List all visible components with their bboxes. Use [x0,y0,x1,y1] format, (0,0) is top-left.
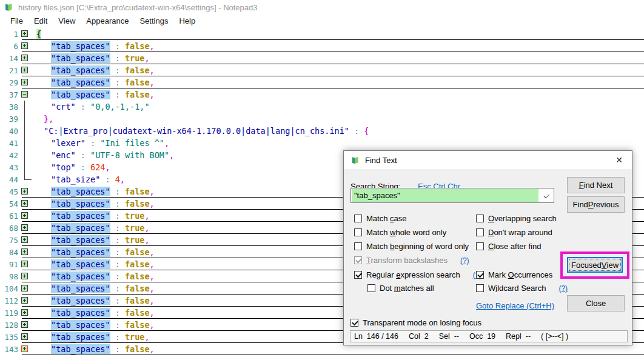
checkbox-match-beginning-of-word-only[interactable]: Match beginning of word only [354,242,469,251]
code-text: "tab_spaces" : true, [33,210,150,222]
checkbox-box[interactable] [354,242,362,250]
help-link[interactable]: (?) [460,256,469,265]
fold-margin [18,185,33,198]
code-line[interactable]: 38"crt" : "0,0,-1,-1," [0,101,644,113]
checkbox-regular-expression-search[interactable]: Regular expression search(?) [354,270,481,279]
fold-expand-icon[interactable] [21,200,28,207]
fold-expand-icon[interactable] [21,333,28,340]
line-number: 135 [0,333,18,342]
fold-expand-icon[interactable] [21,79,28,85]
find-previous-button[interactable]: Find Previous [567,196,625,213]
line-number: 42 [0,151,18,160]
checkbox-match-case[interactable]: Match case [354,214,406,223]
fold-expand-icon[interactable] [21,55,28,61]
code-line[interactable]: 29"tab_spaces" : false, [0,76,644,88]
checkbox-box[interactable] [351,319,358,327]
code-text: "tab_spaces" : true, [33,222,150,234]
fold-margin [18,64,33,76]
fold-expand-icon[interactable] [21,42,28,49]
code-text: "tab_spaces" : false, [33,319,155,331]
checkbox-overlapping-search[interactable]: Overlapping search [476,214,557,223]
code-line[interactable]: 21"tab_spaces" : false, [0,64,644,76]
code-line[interactable]: 41"lexer" : "Ini files ^", [0,137,644,149]
fold-expand-icon[interactable] [21,273,28,279]
search-input-value[interactable]: "tab_spaces" [352,189,538,202]
fold-expand-icon[interactable] [21,297,28,304]
fold-collapse-icon[interactable] [21,91,28,98]
status-field: Ln 146 / 146 [354,332,398,341]
checkbox-match-whole-word-only[interactable]: Match whole word only [354,228,446,237]
focused-view-button[interactable]: Focused View [567,257,623,273]
checkbox-box[interactable] [354,256,362,264]
code-line[interactable]: 6"tab_spaces" : false, [0,40,644,52]
checkbox-box[interactable] [476,271,484,279]
line-number: 84 [0,248,18,257]
menu-help[interactable]: Help [173,15,201,27]
find-next-button[interactable]: Find Next [567,177,625,193]
goto-replace-link[interactable]: Goto Replace (Ctrl+H) [476,301,554,310]
fold-expand-icon[interactable] [21,212,28,219]
fold-expand-icon[interactable] [21,309,28,316]
line-number: 104 [0,284,18,293]
code-line[interactable]: 1{ [0,28,644,40]
fold-margin [18,40,33,52]
checkbox-box[interactable] [354,228,362,236]
fold-expand-icon[interactable] [21,30,28,37]
fold-margin [18,28,33,40]
checkbox-box[interactable] [476,284,484,292]
checkbox-mark-occurrences[interactable]: Mark Occurrences [476,270,552,279]
chevron-down-icon[interactable] [543,193,549,198]
line-number: 45 [0,187,18,196]
checkbox-label: Wildcard Search [488,284,546,293]
fold-expand-icon[interactable] [21,261,28,267]
checkbox-box[interactable] [354,271,362,279]
code-line[interactable]: 14"tab_spaces" : true, [0,52,644,64]
checkbox-box[interactable] [476,242,484,250]
checkbox-wildcard-search[interactable]: Wildcard Search(?) [476,284,568,293]
checkbox-close-after-find[interactable]: Close after find [476,242,541,251]
menu-appearance[interactable]: Appearance [81,15,134,27]
code-line[interactable]: 40"C:|Extra_pro|cudatext-win-x64-1.170.0… [0,125,644,137]
fold-expand-icon[interactable] [21,67,28,73]
close-icon[interactable]: ✕ [611,153,627,167]
menu-file[interactable]: File [5,15,29,27]
checkbox-transform-backslashes[interactable]: Transform backslashes(?) [354,256,469,265]
code-text: "C:|Extra_pro|cudatext-win-x64-1.170.0.0… [33,125,369,137]
checkbox-dont-wrap-around[interactable]: Don't wrap around [476,228,552,237]
checkbox-label: Match case [366,214,406,223]
checkbox-dot-matches-all[interactable]: Dot matches all [367,284,434,293]
fold-expand-icon[interactable] [21,224,28,231]
checkbox-box[interactable] [476,215,484,222]
fold-expand-icon[interactable] [21,285,28,291]
checkbox-box[interactable] [367,284,375,292]
checkbox-label: Transform backslashes [366,256,448,265]
close-button[interactable]: Close [567,295,625,311]
menu-edit[interactable]: Edit [29,15,53,27]
code-line[interactable]: 39}, [0,113,644,125]
menu-view[interactable]: View [53,15,81,27]
fold-expand-icon[interactable] [21,321,28,328]
code-line[interactable]: 37"tab_spaces" : false, [0,88,644,101]
line-number: 43 [0,163,18,172]
dialog-titlebar[interactable]: Find Text ✕ [344,151,632,169]
fold-margin [18,88,33,101]
fold-expand-icon[interactable] [21,345,28,352]
line-number: 112 [0,296,18,305]
line-number: 68 [0,224,18,233]
fold-expand-icon[interactable] [21,236,28,243]
search-input[interactable]: "tab_spaces" [351,188,554,203]
fold-expand-icon[interactable] [21,188,28,195]
checkbox-label: Dot matches all [380,284,434,293]
line-number: 119 [0,308,18,318]
checkbox-box[interactable] [354,215,362,222]
fold-collapsed-line [22,355,644,355]
fold-margin [18,210,33,222]
checkbox-transparent-mode[interactable]: Transparent mode on losing focus [351,318,481,327]
dialog-title: Find Text [365,156,397,165]
fold-expand-icon[interactable] [21,248,28,255]
code-text: "tab_spaces" : false, [33,270,155,282]
help-link[interactable]: (?) [558,284,568,293]
menu-settings[interactable]: Settings [134,15,173,27]
checkbox-box[interactable] [476,228,484,236]
fold-margin [18,282,33,295]
